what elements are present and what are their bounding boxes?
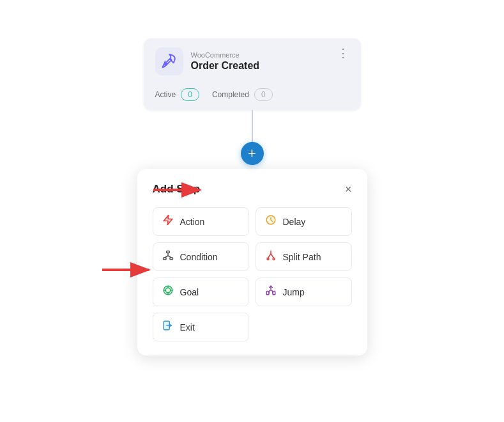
plus-button-wrapper: + (241, 142, 264, 165)
jump-option[interactable]: Jump (256, 277, 352, 306)
action-label: Action (180, 217, 205, 227)
svg-marker-5 (164, 215, 172, 225)
rocket-icon (161, 53, 178, 70)
jump-label: Jump (283, 287, 305, 297)
more-options-button[interactable]: ⋮ (337, 47, 349, 59)
action-option[interactable]: Action (153, 207, 249, 236)
split-path-label: Split Path (283, 252, 321, 262)
svg-point-14 (267, 258, 269, 260)
goal-icon (162, 285, 174, 299)
active-badge: 0 (181, 88, 199, 101)
condition-option[interactable]: Condition (153, 242, 249, 271)
split-path-option[interactable]: Split Path (256, 242, 352, 271)
connector-line (252, 110, 253, 142)
step-options-grid: Action Delay (153, 207, 352, 341)
action-icon (162, 214, 174, 229)
active-label: Active (155, 90, 176, 99)
trigger-card: WooCommerce Order Created ⋮ Active 0 Com… (144, 38, 361, 110)
split-path-icon (265, 249, 277, 264)
completed-badge: 0 (254, 88, 273, 101)
condition-icon (162, 250, 174, 264)
exit-option[interactable]: Exit (153, 313, 249, 341)
canvas: WooCommerce Order Created ⋮ Active 0 Com… (0, 0, 504, 422)
close-button[interactable]: × (345, 184, 352, 195)
completed-stat: Completed 0 (212, 88, 273, 101)
goal-label: Goal (180, 287, 199, 297)
arrow-action-indicator (102, 260, 160, 279)
svg-line-11 (164, 256, 167, 258)
arrow-plus-indicator (153, 180, 211, 199)
trigger-source: WooCommerce (191, 51, 330, 59)
jump-icon (265, 285, 277, 299)
svg-point-15 (273, 258, 275, 260)
delay-label: Delay (283, 217, 306, 227)
goal-option[interactable]: Goal (153, 277, 249, 306)
trigger-title-block: WooCommerce Order Created (191, 51, 330, 72)
active-stat: Active 0 (155, 88, 199, 101)
exit-label: Exit (180, 322, 195, 332)
trigger-icon-box (155, 47, 183, 75)
trigger-title: Order Created (191, 60, 330, 72)
delay-option[interactable]: Delay (256, 207, 352, 236)
add-step-button[interactable]: + (241, 142, 264, 165)
exit-icon (162, 320, 174, 334)
svg-point-4 (171, 59, 172, 60)
svg-line-12 (168, 256, 171, 258)
completed-label: Completed (212, 90, 249, 99)
delay-icon (265, 214, 277, 229)
condition-label: Condition (180, 252, 218, 262)
